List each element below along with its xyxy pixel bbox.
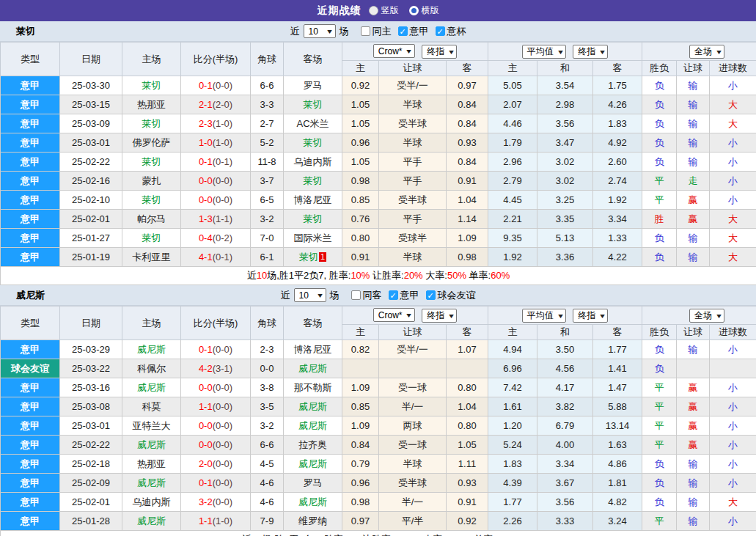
match-scope-select[interactable]: 全场▾ (689, 45, 724, 59)
corner-cell: 3-7 (251, 172, 284, 191)
euro-home-odds-cell: 6.96 (488, 359, 537, 378)
match-date-cell: 25-02-01 (60, 493, 122, 512)
radio-unselected-icon[interactable] (369, 6, 378, 15)
euro-away-odds-cell: 3.34 (593, 210, 642, 229)
away-team-cell[interactable]: 维罗纳 (284, 512, 342, 531)
halftime-score: (0-2) (213, 232, 232, 243)
home-team-cell[interactable]: 威尼斯 (122, 436, 181, 455)
col-header-score: 比分(半场) (181, 306, 251, 340)
match-count-select[interactable]: 10▾ (294, 288, 326, 302)
home-team-cell[interactable]: 威尼斯 (122, 512, 181, 531)
result-handicap-cell: 输 (677, 455, 710, 474)
away-team-cell[interactable]: 罗马 (284, 474, 342, 493)
home-team-cell[interactable]: 威尼斯 (122, 340, 181, 359)
filter-bar: 莱切 近 10▾ 场 同主✓意甲✓意杯 (0, 21, 756, 42)
table-row: 意甲 25-03-15 热那亚 2-1(2-0) 3-3 莱切 1.05 半球 … (1, 95, 756, 114)
away-team-cell[interactable]: 莱切 (284, 210, 342, 229)
home-team-cell[interactable]: 莱切 (122, 76, 181, 95)
result-handicap-cell: 赢 (677, 191, 710, 210)
checkbox-checked-icon[interactable]: ✓ (398, 26, 408, 36)
result-wdl-cell: 平 (642, 416, 677, 436)
corner-cell: 2-3 (251, 340, 284, 359)
checkbox-checked-icon[interactable]: ✓ (436, 26, 445, 36)
home-team-cell[interactable]: 威尼斯 (122, 378, 181, 397)
euro-source-select[interactable]: 平均值▾ (522, 45, 566, 59)
handicap-line-cell: 受半/一 (379, 76, 447, 95)
away-team-cell[interactable]: 莱切1 (284, 248, 342, 267)
away-team-cell[interactable]: 罗马 (284, 76, 342, 95)
home-team-cell[interactable]: 卡利亚里 (122, 248, 181, 267)
radio-option-horizontal[interactable]: 横版 (409, 4, 439, 17)
away-team-cell[interactable]: 威尼斯 (284, 416, 342, 436)
away-team-cell[interactable]: 莱切 (284, 95, 342, 114)
match-date-cell: 25-03-08 (60, 397, 122, 416)
match-date-cell: 25-03-01 (60, 133, 122, 153)
home-team-cell[interactable]: 莱切 (122, 191, 181, 210)
checkbox-checked-icon[interactable]: ✓ (389, 290, 398, 300)
away-team-cell[interactable]: 威尼斯 (284, 493, 342, 512)
sub-header-goals: 进球数 (710, 325, 756, 340)
filter-matches-label: 场 (330, 289, 340, 302)
sub-header-euro-away: 客 (593, 325, 642, 340)
result-handicap-cell: 输 (677, 493, 710, 512)
odds-time-select[interactable]: 终指▾ (422, 309, 457, 323)
euro-home-odds-cell: 2.96 (488, 153, 537, 172)
bookmaker-select[interactable]: Crow*▾ (373, 44, 415, 58)
euro-home-odds-cell: 4.46 (488, 114, 537, 133)
match-date-cell: 25-02-18 (60, 455, 122, 474)
radio-option-vertical[interactable]: 竖版 (369, 4, 399, 17)
filter-checkbox-group: 同客✓意甲✓球会友谊 (346, 289, 476, 302)
match-type-cell: 意甲 (1, 436, 60, 455)
checkbox-checked-icon[interactable]: ✓ (426, 290, 436, 300)
euro-draw-odds-cell: 3.35 (537, 210, 593, 229)
euro-home-odds-cell: 5.05 (488, 76, 537, 95)
away-team-cell[interactable]: 博洛尼亚 (284, 340, 342, 359)
col-header-date: 日期 (60, 306, 122, 340)
home-team-cell[interactable]: 佛罗伦萨 (122, 133, 181, 153)
fulltime-score: 4-2 (199, 363, 213, 374)
home-team-cell[interactable]: 莱切 (122, 229, 181, 248)
match-count-select[interactable]: 10▾ (304, 24, 336, 38)
match-scope-select[interactable]: 全场▾ (689, 309, 724, 323)
home-team-cell[interactable]: 科莫 (122, 397, 181, 416)
euro-away-odds-cell: 1.47 (593, 378, 642, 397)
away-team-cell[interactable]: 威尼斯 (284, 397, 342, 416)
asian-away-odds-cell: 0.91 (447, 172, 488, 191)
fulltime-score: 0-0 (199, 175, 213, 186)
odds-time-select[interactable]: 终指▾ (422, 45, 457, 59)
match-date-cell: 25-01-28 (60, 512, 122, 531)
euro-source-select[interactable]: 平均值▾ (522, 309, 566, 323)
home-team-cell[interactable]: 热那亚 (122, 95, 181, 114)
handicap-line-cell: 两球 (379, 416, 447, 436)
euro-time-select[interactable]: 终指▾ (573, 309, 608, 323)
euro-home-odds-cell: 4.45 (488, 191, 537, 210)
away-team-cell[interactable]: 乌迪内斯 (284, 153, 342, 172)
checkbox-unchecked-icon[interactable] (351, 290, 361, 300)
home-team-cell[interactable]: 热那亚 (122, 455, 181, 474)
away-team-cell[interactable]: 国际米兰 (284, 229, 342, 248)
away-team-cell[interactable]: 威尼斯 (284, 359, 342, 378)
away-team-name: 罗马 (304, 80, 323, 91)
home-team-cell[interactable]: 亚特兰大 (122, 416, 181, 436)
home-team-cell[interactable]: 莱切 (122, 153, 181, 172)
euro-time-select[interactable]: 终指▾ (573, 45, 608, 59)
home-team-cell[interactable]: 莱切 (122, 114, 181, 133)
home-team-cell[interactable]: 帕尔马 (122, 210, 181, 229)
away-team-cell[interactable]: 博洛尼亚 (284, 191, 342, 210)
result-wdl-cell: 负 (642, 340, 677, 359)
home-team-cell[interactable]: 蒙扎 (122, 172, 181, 191)
away-team-cell[interactable]: 那不勒斯 (284, 378, 342, 397)
checkbox-unchecked-icon[interactable] (361, 26, 370, 36)
away-team-cell[interactable]: 拉齐奥 (284, 436, 342, 455)
home-team-cell[interactable]: 威尼斯 (122, 474, 181, 493)
away-team-cell[interactable]: 莱切 (284, 172, 342, 191)
away-team-cell[interactable]: 威尼斯 (284, 455, 342, 474)
away-team-name: 威尼斯 (298, 363, 327, 374)
bookmaker-select[interactable]: Crow*▾ (373, 308, 415, 322)
home-team-cell[interactable]: 乌迪内斯 (122, 493, 181, 512)
away-team-cell[interactable]: 莱切 (284, 133, 342, 153)
home-team-cell[interactable]: 科佩尔 (122, 359, 181, 378)
radio-selected-icon[interactable] (409, 6, 419, 15)
away-team-cell[interactable]: AC米兰 (284, 114, 342, 133)
match-type-cell: 意甲 (1, 474, 60, 493)
